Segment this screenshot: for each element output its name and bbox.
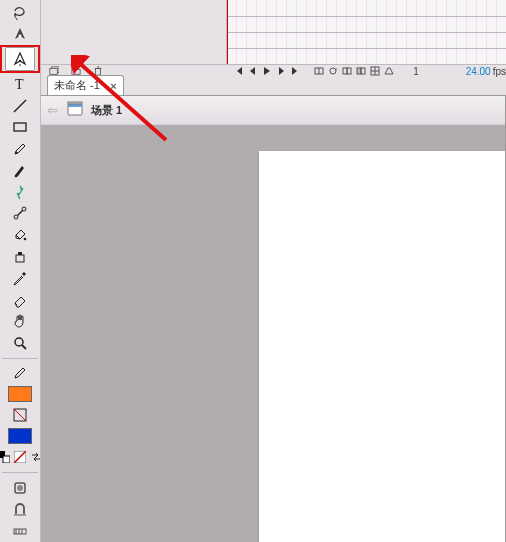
- timeline-panel: 1 24.00 fps: [41, 0, 506, 77]
- svg-text:T: T: [15, 77, 24, 92]
- close-tab-icon[interactable]: ×: [110, 80, 116, 92]
- svg-line-5: [14, 100, 26, 112]
- pen-sub-tool[interactable]: [5, 25, 35, 45]
- pen-tool[interactable]: [5, 47, 35, 71]
- fps-unit: fps: [493, 66, 506, 77]
- svg-point-7: [21, 188, 24, 191]
- play-icon[interactable]: [260, 65, 274, 77]
- svg-point-24: [17, 485, 23, 491]
- lasso-tool[interactable]: [5, 3, 35, 23]
- svg-rect-43: [68, 102, 82, 104]
- svg-point-12: [24, 238, 27, 241]
- stage-area[interactable]: [41, 125, 506, 542]
- main-area: 1 24.00 fps 未命名 -1* × ⇐ 场景 1: [41, 0, 506, 542]
- svg-rect-30: [50, 69, 58, 75]
- stroke-color-tool[interactable]: [5, 363, 35, 383]
- next-frame-icon[interactable]: [274, 65, 288, 77]
- last-frame-icon[interactable]: [288, 65, 302, 77]
- edit-multiple-icon[interactable]: [368, 65, 382, 77]
- svg-rect-34: [347, 68, 351, 74]
- onion-outlines-icon[interactable]: [354, 65, 368, 77]
- timeline-frames[interactable]: [227, 0, 506, 64]
- center-frame-icon[interactable]: [312, 65, 326, 77]
- eyedropper-tool[interactable]: [5, 268, 35, 288]
- stage-canvas[interactable]: [259, 151, 506, 542]
- stroke-color-swatch[interactable]: [8, 428, 32, 444]
- straighten-option[interactable]: [5, 521, 35, 541]
- svg-rect-14: [18, 252, 22, 255]
- document-tab[interactable]: 未命名 -1* ×: [47, 75, 124, 95]
- svg-rect-36: [361, 68, 365, 74]
- layer-list[interactable]: [41, 0, 227, 64]
- eraser-tool[interactable]: [5, 290, 35, 310]
- tools-panel: T: [0, 0, 41, 542]
- playhead[interactable]: [227, 0, 228, 64]
- stroke-hairline[interactable]: [5, 405, 35, 425]
- onion-skin-icon[interactable]: [340, 65, 354, 77]
- deco-tool[interactable]: [5, 182, 35, 202]
- svg-rect-33: [343, 68, 347, 74]
- svg-point-10: [22, 207, 26, 211]
- first-frame-icon[interactable]: [232, 65, 246, 77]
- brush-tool[interactable]: [5, 160, 35, 180]
- paint-bucket-tool[interactable]: [5, 225, 35, 245]
- hand-tool[interactable]: [5, 312, 35, 332]
- document-tabs: 未命名 -1* ×: [41, 77, 506, 96]
- bone-tool[interactable]: [5, 204, 35, 224]
- snap-option[interactable]: [5, 500, 35, 520]
- current-frame[interactable]: 1: [396, 66, 436, 77]
- svg-line-18: [14, 409, 26, 421]
- black-white-icon[interactable]: [0, 448, 11, 466]
- fill-color-swatch[interactable]: [8, 386, 32, 402]
- scene-icon: [67, 101, 83, 119]
- svg-point-2: [19, 60, 21, 62]
- text-tool[interactable]: T: [5, 74, 35, 94]
- pencil-tool[interactable]: [5, 139, 35, 159]
- svg-rect-20: [3, 456, 10, 463]
- object-drawing-option[interactable]: [5, 478, 35, 498]
- prev-frame-icon[interactable]: [246, 65, 260, 77]
- ink-bottle-tool[interactable]: [5, 247, 35, 267]
- svg-point-1: [19, 35, 22, 38]
- svg-line-16: [22, 345, 26, 349]
- svg-rect-13: [16, 255, 24, 262]
- highlight-box: [0, 45, 40, 73]
- line-tool[interactable]: [5, 96, 35, 116]
- svg-point-0: [14, 14, 16, 16]
- svg-point-15: [15, 338, 23, 346]
- back-icon[interactable]: ⇐: [47, 102, 59, 118]
- svg-rect-6: [14, 123, 26, 131]
- scene-bar: ⇐ 场景 1: [41, 96, 506, 125]
- svg-point-9: [14, 215, 18, 219]
- modify-onion-icon[interactable]: [382, 65, 396, 77]
- rectangle-tool[interactable]: [5, 117, 35, 137]
- no-color-icon[interactable]: [13, 448, 27, 466]
- scene-name[interactable]: 场景 1: [91, 103, 122, 118]
- svg-point-8: [17, 193, 20, 196]
- fps-value[interactable]: 24.00: [466, 66, 493, 77]
- svg-line-11: [18, 211, 23, 216]
- svg-rect-35: [357, 68, 361, 74]
- loop-icon[interactable]: [326, 65, 340, 77]
- zoom-tool[interactable]: [5, 333, 35, 353]
- document-tab-label: 未命名 -1*: [54, 78, 104, 93]
